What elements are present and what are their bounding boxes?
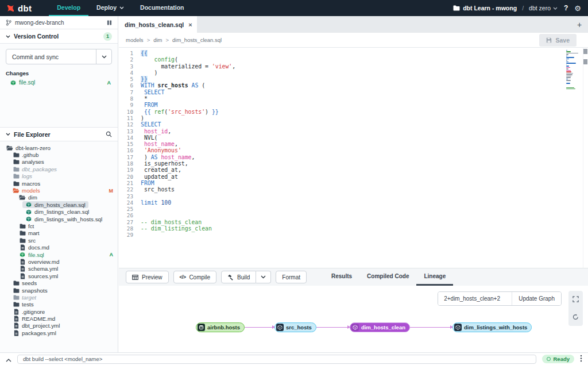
tree-item-target[interactable]: target — [0, 294, 118, 301]
tree-item-src[interactable]: src — [0, 237, 118, 244]
lineage-node-dim_hosts_clean[interactable]: dim_hosts_clean — [350, 322, 410, 332]
tree-item-label: tests — [22, 301, 34, 308]
tree-item-docs.md[interactable]: docs.md — [0, 244, 118, 251]
line-number: 3 — [119, 63, 133, 70]
tree-item-dim_hosts_clean.sql[interactable]: dim_hosts_clean.sql — [0, 201, 118, 208]
changed-file-row[interactable]: file.sql A — [6, 79, 112, 86]
code-line: is_superhost, — [141, 160, 588, 167]
project-selector[interactable]: dbt zero — [529, 5, 558, 11]
help-button[interactable]: ? — [563, 4, 569, 12]
tree-item-label: seeds — [22, 280, 37, 286]
tree-item-dim[interactable]: dim — [0, 194, 118, 201]
format-button[interactable]: Format — [276, 271, 307, 283]
tree-item-sources.yml[interactable]: sources.yml — [0, 272, 118, 279]
commit-button-label[interactable]: Commit and sync — [6, 49, 96, 64]
tree-item-dbt_packages[interactable]: dbt_packages — [0, 166, 118, 172]
dbt-logo[interactable]: dbt — [6, 3, 32, 13]
tree-item-snapshots[interactable]: snapshots — [0, 287, 118, 294]
build-dropdown-caret[interactable] — [256, 271, 271, 283]
tree-item-analyses[interactable]: analyses — [0, 159, 118, 166]
minimap-line — [566, 54, 568, 55]
lineage-node-airbnb.hosts[interactable]: airbnb.hosts — [196, 322, 245, 332]
lineage-edge — [245, 327, 274, 328]
file-search-icon[interactable] — [106, 131, 112, 137]
tree-item-label: dim_listings_with_hosts.sql — [34, 216, 102, 222]
tree-item-mart[interactable]: mart — [0, 230, 118, 237]
code-line: * — [141, 95, 588, 102]
update-graph-button[interactable]: Update Graph — [512, 292, 561, 305]
code-pane[interactable]: {{ config( materialized = 'view', )}}WIT… — [137, 48, 588, 268]
account-selector[interactable]: dbt Learn - mwong — [453, 5, 517, 11]
commit-and-sync-button[interactable]: Commit and sync — [6, 49, 112, 64]
tree-item-tests[interactable]: tests — [0, 301, 118, 308]
overflow-menu-icon[interactable] — [580, 354, 582, 364]
menu-documentation[interactable]: Documentation — [132, 0, 192, 16]
menu-develop[interactable]: Develop — [49, 0, 88, 16]
line-number: 7 — [119, 89, 133, 95]
tree-item-logs[interactable]: logs — [0, 173, 118, 180]
lineage-node-label: dim_listings_with_hosts — [464, 324, 527, 331]
save-button[interactable]: Save — [539, 34, 577, 47]
code-line: -- dim_hosts_clean — [141, 219, 588, 225]
preview-button[interactable]: Preview — [126, 271, 169, 283]
build-button[interactable]: Build — [221, 271, 256, 283]
editor-tab-active[interactable]: dim_hosts_clean.sql × — [119, 16, 197, 33]
tree-item-.gitignore[interactable]: .gitignore — [0, 308, 118, 315]
commit-dropdown-caret[interactable] — [96, 49, 111, 64]
tree-item-label: models — [22, 187, 40, 194]
lineage-node-dim_listings_with_hosts[interactable]: dim_listings_with_hosts — [452, 322, 532, 332]
tab-lineage[interactable]: Lineage — [416, 268, 453, 286]
breadcrumb-file[interactable]: dim_hosts_clean.sql — [172, 37, 222, 43]
version-control-header[interactable]: Version Control 1 — [0, 29, 118, 44]
compile-button[interactable]: </> Compile — [173, 271, 216, 283]
lineage-panel: Update Graph airbnb.hostssrc_hostsdim_ho… — [119, 286, 588, 352]
lineage-selector-input[interactable] — [438, 292, 512, 305]
file-icon — [13, 316, 20, 322]
lineage-graph[interactable]: airbnb.hostssrc_hostsdim_hosts_cleandim_… — [196, 322, 532, 332]
settings-gear-icon[interactable]: ⚙ — [574, 5, 581, 12]
git-branch-row[interactable]: mwong-dev-branch — [0, 16, 118, 29]
folder-icon — [13, 295, 20, 300]
reset-view-icon[interactable] — [572, 312, 579, 322]
tree-item-overview.md[interactable]: overview.md — [0, 258, 118, 265]
line-number: 4 — [119, 70, 133, 76]
editor-minimap[interactable] — [566, 50, 580, 91]
tree-item-seeds[interactable]: seeds — [0, 279, 118, 286]
tree-item-file.sql[interactable]: file.sqlA — [0, 251, 118, 258]
tree-item-label: target — [22, 294, 36, 301]
expand-console-chevron-icon[interactable] — [6, 354, 11, 364]
file-icon — [13, 309, 20, 315]
tree-item-models[interactable]: modelsM — [0, 187, 118, 194]
line-number: 1 — [119, 50, 133, 56]
fullscreen-icon[interactable] — [572, 294, 579, 305]
file-explorer-header[interactable]: File Explorer — [0, 127, 118, 141]
close-tab-icon[interactable]: × — [188, 21, 192, 28]
breadcrumb-models[interactable]: models — [126, 37, 144, 43]
breadcrumb-dim[interactable]: dim — [153, 37, 162, 43]
tree-item-README.md[interactable]: README.md — [0, 315, 118, 322]
tree-item-dim_listings_clean.sql[interactable]: dim_listings_clean.sql — [0, 209, 118, 216]
tree-item-dbt-learn-zero[interactable]: dbt-learn-zero — [0, 144, 118, 151]
tab-compiled-code[interactable]: Compiled Code — [359, 268, 416, 286]
tree-item-dim_listings_with_hosts.sql[interactable]: dim_listings_with_hosts.sql — [0, 216, 118, 222]
command-input[interactable]: dbt build --select <model_name> — [17, 355, 536, 364]
code-editor[interactable]: 1234567891011121314151617181920212223242… — [119, 48, 588, 268]
menu-deploy[interactable]: Deploy — [88, 0, 132, 16]
tree-item-.github[interactable]: .github — [0, 151, 118, 158]
tab-results[interactable]: Results — [324, 268, 359, 286]
version-control-title: Version Control — [14, 33, 59, 40]
tree-item-label: .github — [22, 152, 38, 158]
panel-layout-icon[interactable] — [107, 20, 112, 25]
line-number: 25 — [119, 206, 133, 212]
tree-item-macros[interactable]: macros — [0, 180, 118, 187]
tree-item-dbt_project.yml[interactable]: dbt_project.yml — [0, 322, 118, 329]
tree-item-label: docs.md — [28, 244, 49, 251]
dbt-logo-icon — [6, 3, 16, 13]
lineage-node-src_hosts[interactable]: src_hosts — [274, 322, 316, 332]
tree-item-packages.yml[interactable]: packages.yml — [0, 329, 118, 336]
new-tab-button[interactable]: + — [571, 16, 588, 33]
editor-scrollbar[interactable] — [583, 48, 588, 268]
tree-item-fct[interactable]: fct — [0, 222, 118, 229]
line-number: 9 — [119, 102, 133, 108]
tree-item-schema.yml[interactable]: schema.yml — [0, 266, 118, 272]
